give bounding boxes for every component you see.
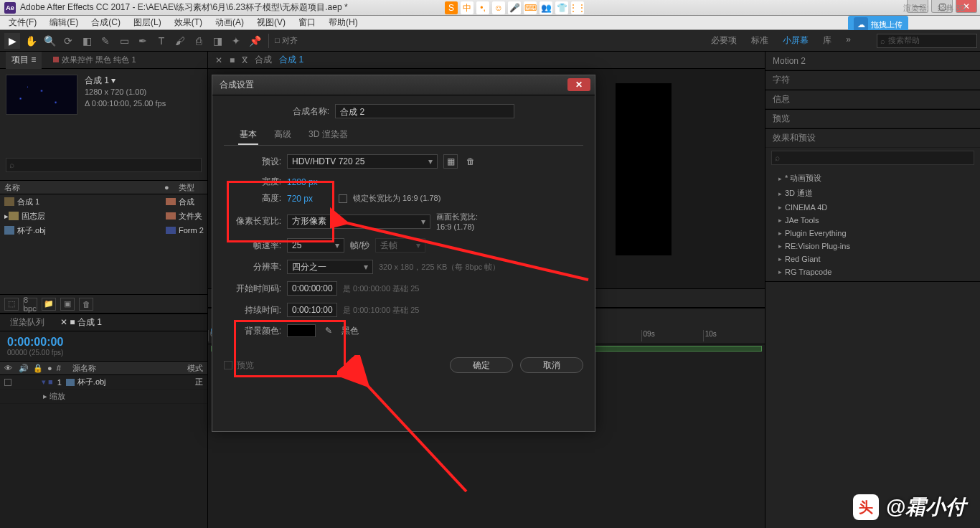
preset-item[interactable]: * 动画预设 — [765, 171, 980, 186]
brush-tool-icon[interactable]: 🖌 — [172, 33, 188, 49]
panel-motion2[interactable]: Motion 2 — [765, 52, 980, 70]
preset-save-icon[interactable]: ▦ — [443, 154, 458, 169]
preview-checkbox[interactable] — [224, 361, 232, 369]
tab-render-queue[interactable]: 渲染队列 — [6, 314, 49, 331]
preset-item[interactable]: 3D 通道 — [765, 186, 980, 201]
menu-composition[interactable]: 合成(C) — [85, 15, 126, 30]
pen-tool-icon[interactable]: ✒ — [135, 33, 151, 49]
timeline-prop-scale[interactable]: ▸ 缩放 — [0, 390, 207, 404]
layer-vis-checkbox[interactable] — [4, 379, 11, 386]
panel-effects-presets[interactable]: 效果和预设 — [765, 129, 980, 148]
col-lock-icon[interactable]: 🔒 — [33, 364, 43, 373]
tab-basic[interactable]: 基本 — [238, 126, 258, 145]
workspace-small[interactable]: 小屏幕 — [783, 34, 809, 47]
preset-item[interactable]: Red Giant — [765, 253, 980, 265]
workspace-more-icon[interactable]: » — [846, 34, 851, 47]
height-value[interactable]: 720 px — [287, 194, 313, 204]
new-folder-icon[interactable]: 📁 — [42, 298, 56, 311]
project-item-obj[interactable]: 杯子.objForm 2 — [0, 223, 207, 237]
eraser-tool-icon[interactable]: ◨ — [209, 33, 225, 49]
duration-input[interactable]: 0:00:10:00 — [287, 303, 337, 317]
dialog-close-button[interactable]: ✕ — [567, 78, 590, 91]
project-search[interactable]: ⌕ — [6, 158, 202, 172]
tab-comp1[interactable]: ✕ ■ 合成 1 — [56, 314, 106, 331]
menu-file[interactable]: 文件(F) — [3, 15, 42, 30]
comp-thumbnail[interactable] — [6, 75, 77, 115]
preset-item[interactable]: CINEMA 4D — [765, 201, 980, 214]
col-tag[interactable]: ● — [164, 183, 179, 192]
tab-effect-controls[interactable]: 效果控件 黑色 纯色 1 — [47, 52, 141, 68]
project-item-comp[interactable]: 合成 1合成 — [0, 194, 207, 209]
ime-kb-icon[interactable]: ⌨ — [524, 1, 537, 14]
hand-tool-icon[interactable]: ✋ — [23, 33, 39, 49]
trash-icon[interactable]: 🗑 — [79, 298, 93, 311]
menu-window[interactable]: 窗口 — [293, 15, 321, 30]
col-audio-icon[interactable]: 🔊 — [19, 364, 29, 373]
preset-dropdown[interactable]: HDV/HDTV 720 25 — [287, 154, 438, 169]
rect-tool-icon[interactable]: ▭ — [116, 33, 132, 49]
menu-effect[interactable]: 效果(T) — [169, 15, 208, 30]
preset-delete-icon[interactable]: 🗑 — [463, 154, 478, 169]
new-comp-icon[interactable]: ▣ — [60, 298, 75, 311]
panel-preview[interactable]: 预览 — [765, 110, 980, 128]
panel-character[interactable]: 字符 — [765, 71, 980, 90]
col-num[interactable]: # — [57, 364, 61, 372]
snap-toggle[interactable]: □ 对齐 — [275, 35, 298, 46]
ime-people-icon[interactable]: 👥 — [540, 1, 552, 14]
menu-view[interactable]: 视图(V) — [251, 15, 291, 30]
ime-lang-icon[interactable]: 中 — [461, 1, 473, 14]
ime-s-icon[interactable]: S — [445, 1, 458, 14]
col-source[interactable]: 源名称 — [65, 363, 183, 374]
ime-menu-icon[interactable]: ⋮⋮ — [571, 1, 584, 14]
anchor-tool-icon[interactable]: ✎ — [98, 33, 113, 49]
viewer-close-icon[interactable]: ✕ — [215, 55, 222, 65]
pixel-aspect-dropdown[interactable]: 方形像素 — [287, 214, 430, 229]
interp-icon[interactable]: ⬚ — [4, 298, 19, 311]
preset-item[interactable]: JAe Tools — [765, 214, 980, 227]
col-mode[interactable]: 模式 — [187, 363, 203, 374]
width-value[interactable]: 1280 px — [287, 177, 318, 187]
cancel-button[interactable]: 取消 — [520, 357, 583, 373]
workspace-essentials[interactable]: 必要项 — [711, 34, 737, 47]
resolution-dropdown[interactable]: 四分之一 — [287, 260, 373, 274]
menu-animation[interactable]: 动画(A) — [209, 15, 250, 30]
tab-3d-renderer[interactable]: 3D 渲染器 — [307, 126, 349, 145]
viewer-comp-name[interactable]: 合成 1 — [279, 54, 303, 66]
bpc-button[interactable]: 8 bpc — [23, 298, 37, 311]
col-visibility-icon[interactable]: 👁 — [4, 364, 14, 372]
workspace-standard[interactable]: 标准 — [751, 34, 768, 47]
ime-punct-icon[interactable]: •, — [476, 1, 489, 14]
preset-item[interactable]: RE:Vision Plug-ins — [765, 240, 980, 253]
menu-help[interactable]: 帮助(H) — [323, 15, 364, 30]
comp-name-input[interactable]: 合成 2 — [335, 104, 514, 118]
col-name[interactable]: 名称 — [0, 182, 164, 193]
ok-button[interactable]: 确定 — [450, 357, 513, 373]
timeline-layer-1[interactable]: ▾ ■ 1 杯子.obj 正 — [0, 375, 207, 390]
tab-advanced[interactable]: 高级 — [273, 126, 293, 145]
ime-mic-icon[interactable]: 🎤 — [508, 1, 521, 14]
help-search[interactable]: ⌕ 搜索帮助 — [877, 34, 977, 48]
dialog-titlebar[interactable]: 合成设置 ✕ — [212, 75, 595, 95]
camera-tool-icon[interactable]: ◧ — [79, 33, 95, 49]
stamp-tool-icon[interactable]: ⎙ — [191, 33, 207, 49]
start-tc-input[interactable]: 0:00:00:00 — [287, 281, 337, 296]
preset-item[interactable]: RG Trapcode — [765, 265, 980, 278]
preset-item[interactable]: Plugin Everything — [765, 227, 980, 240]
ime-shirt-icon[interactable]: 👕 — [555, 1, 568, 14]
panel-info[interactable]: 信息 — [765, 90, 980, 109]
tab-project[interactable]: 项目 ≡ — [6, 51, 42, 69]
preset-search[interactable]: ⌕ — [771, 151, 974, 165]
workspace-library[interactable]: 库 — [823, 34, 831, 47]
text-tool-icon[interactable]: T — [154, 33, 169, 49]
roto-tool-icon[interactable]: ✦ — [228, 33, 244, 49]
lock-aspect-checkbox[interactable] — [339, 194, 347, 203]
ime-face-icon[interactable]: ☺ — [492, 1, 505, 14]
project-item-folder[interactable]: ▸ 固态层文件夹 — [0, 209, 207, 223]
puppet-tool-icon[interactable]: 📌 — [247, 33, 263, 49]
col-type[interactable]: 类型 — [179, 182, 207, 193]
framerate-dropdown[interactable]: 25 — [287, 238, 344, 253]
zoom-tool-icon[interactable]: 🔍 — [42, 33, 57, 49]
selection-tool-icon[interactable]: ▶ — [4, 33, 20, 49]
menu-layer[interactable]: 图层(L) — [128, 15, 167, 30]
bgcolor-swatch[interactable] — [287, 324, 316, 337]
